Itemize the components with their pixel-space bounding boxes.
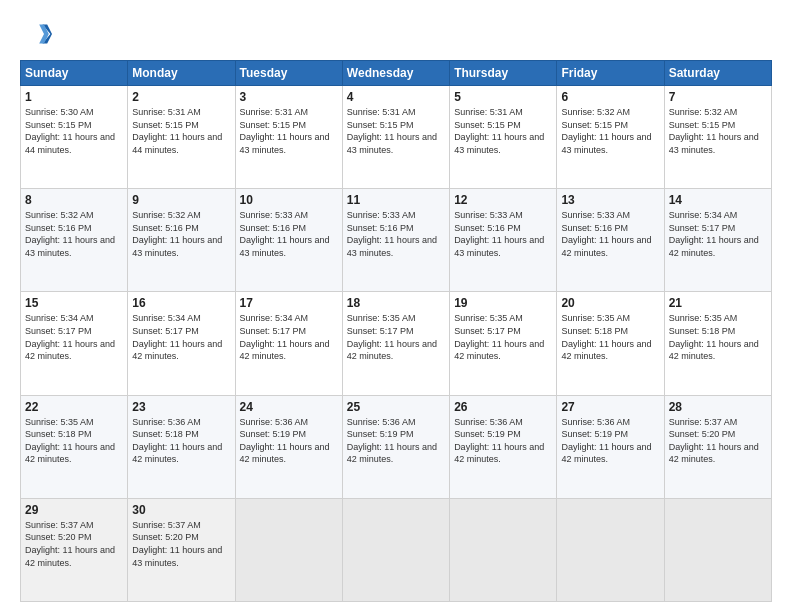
day-number: 24 (240, 400, 338, 414)
day-info: Sunrise: 5:34 AMSunset: 5:17 PMDaylight:… (669, 209, 767, 259)
calendar-cell: 28Sunrise: 5:37 AMSunset: 5:20 PMDayligh… (664, 395, 771, 498)
calendar-cell: 11Sunrise: 5:33 AMSunset: 5:16 PMDayligh… (342, 189, 449, 292)
calendar-cell: 24Sunrise: 5:36 AMSunset: 5:19 PMDayligh… (235, 395, 342, 498)
calendar-cell: 19Sunrise: 5:35 AMSunset: 5:17 PMDayligh… (450, 292, 557, 395)
day-header-wednesday: Wednesday (342, 61, 449, 86)
day-info: Sunrise: 5:37 AMSunset: 5:20 PMDaylight:… (669, 416, 767, 466)
day-number: 4 (347, 90, 445, 104)
day-info: Sunrise: 5:34 AMSunset: 5:17 PMDaylight:… (132, 312, 230, 362)
calendar-cell: 23Sunrise: 5:36 AMSunset: 5:18 PMDayligh… (128, 395, 235, 498)
day-number: 18 (347, 296, 445, 310)
calendar-table: SundayMondayTuesdayWednesdayThursdayFrid… (20, 60, 772, 602)
day-number: 1 (25, 90, 123, 104)
calendar-cell (450, 498, 557, 601)
day-number: 21 (669, 296, 767, 310)
day-info: Sunrise: 5:37 AMSunset: 5:20 PMDaylight:… (132, 519, 230, 569)
calendar-cell: 21Sunrise: 5:35 AMSunset: 5:18 PMDayligh… (664, 292, 771, 395)
day-info: Sunrise: 5:35 AMSunset: 5:18 PMDaylight:… (669, 312, 767, 362)
calendar-week-row: 1Sunrise: 5:30 AMSunset: 5:15 PMDaylight… (21, 86, 772, 189)
page: SundayMondayTuesdayWednesdayThursdayFrid… (0, 0, 792, 612)
day-number: 23 (132, 400, 230, 414)
day-number: 30 (132, 503, 230, 517)
calendar-cell: 25Sunrise: 5:36 AMSunset: 5:19 PMDayligh… (342, 395, 449, 498)
calendar-cell: 7Sunrise: 5:32 AMSunset: 5:15 PMDaylight… (664, 86, 771, 189)
calendar-cell: 2Sunrise: 5:31 AMSunset: 5:15 PMDaylight… (128, 86, 235, 189)
calendar-header-row: SundayMondayTuesdayWednesdayThursdayFrid… (21, 61, 772, 86)
calendar-cell: 17Sunrise: 5:34 AMSunset: 5:17 PMDayligh… (235, 292, 342, 395)
day-number: 14 (669, 193, 767, 207)
calendar-cell (557, 498, 664, 601)
day-info: Sunrise: 5:32 AMSunset: 5:16 PMDaylight:… (25, 209, 123, 259)
day-info: Sunrise: 5:35 AMSunset: 5:18 PMDaylight:… (561, 312, 659, 362)
day-info: Sunrise: 5:34 AMSunset: 5:17 PMDaylight:… (25, 312, 123, 362)
day-number: 8 (25, 193, 123, 207)
day-number: 25 (347, 400, 445, 414)
day-header-tuesday: Tuesday (235, 61, 342, 86)
calendar-week-row: 15Sunrise: 5:34 AMSunset: 5:17 PMDayligh… (21, 292, 772, 395)
day-info: Sunrise: 5:37 AMSunset: 5:20 PMDaylight:… (25, 519, 123, 569)
day-number: 20 (561, 296, 659, 310)
day-header-saturday: Saturday (664, 61, 771, 86)
day-info: Sunrise: 5:32 AMSunset: 5:15 PMDaylight:… (669, 106, 767, 156)
header (20, 18, 772, 50)
day-number: 3 (240, 90, 338, 104)
day-number: 29 (25, 503, 123, 517)
day-header-monday: Monday (128, 61, 235, 86)
day-info: Sunrise: 5:35 AMSunset: 5:17 PMDaylight:… (347, 312, 445, 362)
calendar-cell: 27Sunrise: 5:36 AMSunset: 5:19 PMDayligh… (557, 395, 664, 498)
calendar-cell: 30Sunrise: 5:37 AMSunset: 5:20 PMDayligh… (128, 498, 235, 601)
day-info: Sunrise: 5:31 AMSunset: 5:15 PMDaylight:… (347, 106, 445, 156)
day-info: Sunrise: 5:31 AMSunset: 5:15 PMDaylight:… (454, 106, 552, 156)
day-number: 9 (132, 193, 230, 207)
calendar-cell: 22Sunrise: 5:35 AMSunset: 5:18 PMDayligh… (21, 395, 128, 498)
day-info: Sunrise: 5:33 AMSunset: 5:16 PMDaylight:… (561, 209, 659, 259)
day-info: Sunrise: 5:31 AMSunset: 5:15 PMDaylight:… (240, 106, 338, 156)
day-number: 5 (454, 90, 552, 104)
day-number: 27 (561, 400, 659, 414)
day-header-thursday: Thursday (450, 61, 557, 86)
day-number: 26 (454, 400, 552, 414)
day-number: 10 (240, 193, 338, 207)
calendar-cell: 9Sunrise: 5:32 AMSunset: 5:16 PMDaylight… (128, 189, 235, 292)
day-info: Sunrise: 5:30 AMSunset: 5:15 PMDaylight:… (25, 106, 123, 156)
day-info: Sunrise: 5:33 AMSunset: 5:16 PMDaylight:… (240, 209, 338, 259)
day-info: Sunrise: 5:36 AMSunset: 5:18 PMDaylight:… (132, 416, 230, 466)
day-number: 22 (25, 400, 123, 414)
calendar-cell: 16Sunrise: 5:34 AMSunset: 5:17 PMDayligh… (128, 292, 235, 395)
calendar-cell: 14Sunrise: 5:34 AMSunset: 5:17 PMDayligh… (664, 189, 771, 292)
calendar-cell: 6Sunrise: 5:32 AMSunset: 5:15 PMDaylight… (557, 86, 664, 189)
day-number: 19 (454, 296, 552, 310)
calendar-cell (342, 498, 449, 601)
calendar-cell: 4Sunrise: 5:31 AMSunset: 5:15 PMDaylight… (342, 86, 449, 189)
day-info: Sunrise: 5:36 AMSunset: 5:19 PMDaylight:… (240, 416, 338, 466)
calendar-cell: 13Sunrise: 5:33 AMSunset: 5:16 PMDayligh… (557, 189, 664, 292)
calendar-cell: 15Sunrise: 5:34 AMSunset: 5:17 PMDayligh… (21, 292, 128, 395)
calendar-cell: 3Sunrise: 5:31 AMSunset: 5:15 PMDaylight… (235, 86, 342, 189)
calendar-cell: 1Sunrise: 5:30 AMSunset: 5:15 PMDaylight… (21, 86, 128, 189)
calendar-cell: 10Sunrise: 5:33 AMSunset: 5:16 PMDayligh… (235, 189, 342, 292)
calendar-week-row: 29Sunrise: 5:37 AMSunset: 5:20 PMDayligh… (21, 498, 772, 601)
calendar-cell (664, 498, 771, 601)
day-number: 16 (132, 296, 230, 310)
logo-icon (20, 18, 52, 50)
day-info: Sunrise: 5:32 AMSunset: 5:15 PMDaylight:… (561, 106, 659, 156)
calendar-week-row: 8Sunrise: 5:32 AMSunset: 5:16 PMDaylight… (21, 189, 772, 292)
day-number: 7 (669, 90, 767, 104)
calendar-week-row: 22Sunrise: 5:35 AMSunset: 5:18 PMDayligh… (21, 395, 772, 498)
day-header-friday: Friday (557, 61, 664, 86)
calendar-cell: 20Sunrise: 5:35 AMSunset: 5:18 PMDayligh… (557, 292, 664, 395)
day-info: Sunrise: 5:36 AMSunset: 5:19 PMDaylight:… (561, 416, 659, 466)
calendar-cell (235, 498, 342, 601)
day-info: Sunrise: 5:35 AMSunset: 5:18 PMDaylight:… (25, 416, 123, 466)
calendar-cell: 8Sunrise: 5:32 AMSunset: 5:16 PMDaylight… (21, 189, 128, 292)
day-number: 13 (561, 193, 659, 207)
day-info: Sunrise: 5:36 AMSunset: 5:19 PMDaylight:… (454, 416, 552, 466)
day-number: 12 (454, 193, 552, 207)
day-number: 15 (25, 296, 123, 310)
calendar-cell: 26Sunrise: 5:36 AMSunset: 5:19 PMDayligh… (450, 395, 557, 498)
day-info: Sunrise: 5:33 AMSunset: 5:16 PMDaylight:… (347, 209, 445, 259)
day-header-sunday: Sunday (21, 61, 128, 86)
day-number: 6 (561, 90, 659, 104)
day-number: 28 (669, 400, 767, 414)
day-number: 2 (132, 90, 230, 104)
